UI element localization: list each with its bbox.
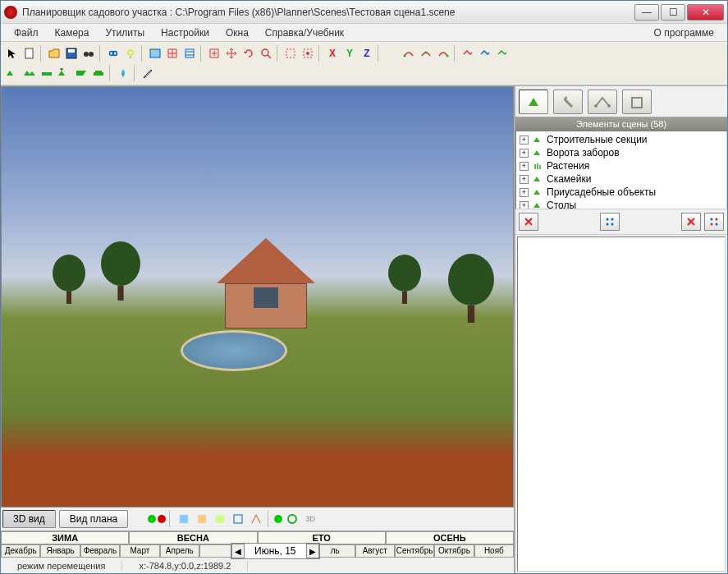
new-file-icon[interactable]: [21, 45, 38, 62]
month-apr[interactable]: Апрель: [160, 544, 199, 558]
view-3d-button[interactable]: 3D вид: [2, 510, 56, 528]
svg-point-23: [404, 55, 406, 57]
expand-icon[interactable]: +: [520, 162, 529, 171]
open-file-icon[interactable]: [46, 45, 62, 62]
menu-utils[interactable]: Утилиты: [97, 25, 153, 40]
delete-all-icon[interactable]: [681, 213, 701, 231]
month-oct[interactable]: Октябрь: [434, 544, 474, 558]
select-tool-icon[interactable]: [4, 45, 21, 62]
maximize-button[interactable]: ☐: [661, 4, 685, 21]
tree-item[interactable]: +Ворота заборов: [518, 146, 725, 159]
expand-icon[interactable]: +: [520, 175, 529, 184]
expand-all-icon[interactable]: [704, 213, 724, 231]
view-opt-6-icon[interactable]: [284, 511, 300, 527]
scene-pool: [181, 330, 287, 371]
3d-viewport[interactable]: [1, 86, 514, 507]
month-feb[interactable]: Февраль: [80, 544, 120, 558]
view-small-toolbar: 3D: [148, 511, 318, 527]
tree-item[interactable]: +Скамейки: [518, 172, 725, 186]
view-opt-4-icon[interactable]: [230, 511, 246, 527]
terrain-5-icon[interactable]: [73, 65, 89, 81]
tree-item[interactable]: +Приусадебные объекты: [518, 186, 725, 199]
month-dec[interactable]: Декабрь: [1, 544, 40, 558]
dot-red-icon[interactable]: [158, 515, 166, 523]
close-button[interactable]: ✕: [687, 4, 724, 21]
tree-item[interactable]: +Строительные секции: [518, 133, 725, 146]
menu-settings[interactable]: Настройки: [153, 25, 217, 40]
folder-icon: [532, 187, 543, 197]
month-aug[interactable]: Август: [355, 544, 395, 558]
month-jan[interactable]: Январь: [40, 544, 80, 558]
side-tab-box-icon[interactable]: [622, 90, 652, 114]
terrain-6-icon[interactable]: [90, 65, 107, 81]
month-mar[interactable]: Март: [120, 544, 159, 558]
month-jul[interactable]: ль: [315, 544, 355, 558]
expand-icon[interactable]: [206, 45, 222, 62]
path-tool-4-icon[interactable]: [460, 45, 476, 62]
menubar: Файл Камера Утилиты Настройки Окна Справ…: [1, 24, 727, 42]
minimize-button[interactable]: —: [634, 4, 659, 21]
expand-icon[interactable]: +: [520, 135, 529, 145]
side-tab-tools-icon[interactable]: [553, 90, 583, 114]
rotate-icon[interactable]: [240, 45, 257, 62]
menu-about[interactable]: О программе: [646, 25, 722, 40]
tree-item[interactable]: +Растения: [518, 159, 725, 172]
terrain-1-icon[interactable]: [4, 65, 21, 81]
grid-icon[interactable]: [181, 45, 198, 62]
save-file-icon[interactable]: [63, 45, 80, 62]
expand-icon[interactable]: +: [520, 201, 529, 210]
path-tool-6-icon[interactable]: [494, 45, 511, 62]
date-prev-button[interactable]: ◀: [231, 544, 245, 558]
region-1-icon[interactable]: [282, 45, 299, 62]
view-opt-3-icon[interactable]: [212, 511, 228, 527]
layers-icon[interactable]: [164, 45, 181, 62]
menu-camera[interactable]: Камера: [47, 25, 98, 40]
path-tool-2-icon[interactable]: [418, 45, 434, 62]
delete-red-icon[interactable]: [519, 213, 538, 231]
move-icon[interactable]: [223, 45, 240, 62]
menu-help[interactable]: Справка/Учебник: [257, 25, 352, 40]
svg-point-25: [446, 55, 449, 57]
link-icon[interactable]: [105, 45, 121, 62]
axis-x-button[interactable]: X: [324, 45, 341, 62]
eyedropper-icon[interactable]: [140, 65, 156, 81]
scene-tree-view[interactable]: +Строительные секции +Ворота заборов +Ра…: [515, 131, 727, 209]
view-3d-toggle-icon[interactable]: 3D: [302, 511, 318, 527]
axis-z-button[interactable]: Z: [359, 45, 375, 62]
terrain-4-icon[interactable]: [56, 65, 72, 81]
month-sep[interactable]: Сентябрь: [395, 544, 434, 558]
dot-green-icon[interactable]: [148, 515, 156, 523]
view-opt-5-icon[interactable]: [248, 511, 264, 527]
path-tool-5-icon[interactable]: [477, 45, 493, 62]
terrain-3-icon[interactable]: [39, 65, 55, 81]
month-nov[interactable]: Нояб: [474, 544, 514, 558]
view-opt-1-icon[interactable]: [176, 511, 192, 527]
path-tool-1-icon[interactable]: [401, 45, 417, 62]
binoculars-icon[interactable]: [80, 45, 97, 62]
light-icon[interactable]: [122, 45, 139, 62]
tree-item[interactable]: +Столы: [518, 199, 725, 209]
properties-panel[interactable]: [517, 236, 726, 572]
menu-windows[interactable]: Окна: [217, 25, 257, 40]
terrain-2-icon[interactable]: [21, 65, 38, 81]
view-plan-button[interactable]: Вид плана: [59, 510, 129, 528]
picture-icon[interactable]: [147, 45, 163, 62]
expand-icon[interactable]: +: [520, 188, 529, 197]
expand-icon[interactable]: +: [520, 149, 529, 158]
season-winter[interactable]: ЗИМА: [1, 531, 129, 544]
side-tab-measure-icon[interactable]: [588, 90, 617, 114]
water-drop-icon[interactable]: [115, 65, 131, 81]
path-tool-3-icon[interactable]: [435, 45, 451, 62]
titlebar[interactable]: Планировщик садового участка : C:\Progra…: [1, 1, 727, 24]
dot-green2-icon[interactable]: [274, 515, 282, 523]
collapse-all-icon[interactable]: [600, 213, 620, 231]
season-autumn[interactable]: ОСЕНЬ: [386, 531, 514, 544]
axis-y-button[interactable]: Y: [341, 45, 358, 62]
zoom-icon[interactable]: [258, 45, 274, 62]
view-opt-2-icon[interactable]: [194, 511, 210, 527]
svg-point-44: [716, 223, 718, 226]
date-next-button[interactable]: ▶: [306, 544, 319, 558]
side-tab-objects-icon[interactable]: [519, 90, 548, 114]
region-2-icon[interactable]: [300, 45, 316, 62]
menu-file[interactable]: Файл: [6, 25, 47, 40]
